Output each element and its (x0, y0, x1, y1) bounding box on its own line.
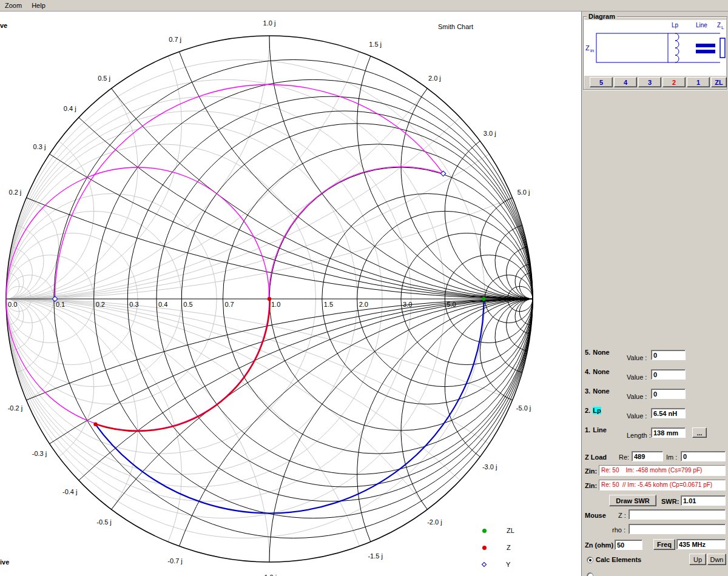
rho-label: rho : (612, 526, 625, 534)
x-rim-label: -1.5 j (368, 552, 382, 560)
im-label: Im : (666, 454, 677, 461)
zin-parallel-text: Re: 50 // Im: -5.45 kohm (Cp=0.0671 pF) (601, 481, 712, 488)
marker-zl (482, 297, 485, 301)
smith-chart-canvas[interactable]: 0.00.10.20.30.40.50.71.01.52.03.05.00.2 … (0, 0, 581, 576)
r-axis-label: 0.2 (96, 301, 105, 308)
z-dot-icon (482, 546, 487, 550)
zin-parallel-readout: Re: 50 // Im: -5.45 kohm (Cp=0.0671 pF) (599, 480, 726, 491)
clipped-radio[interactable] (587, 572, 593, 576)
x-rim-label: 2.0 j (428, 75, 441, 82)
legend-label: ZL (507, 527, 514, 534)
x-rim-label: 0.5 j (98, 75, 110, 82)
element-2-label[interactable]: 2.Lp (585, 407, 601, 414)
swr-label: SWR: (661, 498, 679, 505)
zin-sub-label: in (590, 48, 594, 53)
r-axis-label: 0.7 (224, 301, 234, 308)
element-4-button[interactable]: 4 (614, 77, 637, 87)
swr-input[interactable] (681, 495, 726, 506)
line-label: Line (696, 22, 707, 28)
element-5-label[interactable]: 5.None (585, 349, 610, 356)
z-load-im-input[interactable] (681, 451, 726, 461)
r-axis-label: 5.0 (447, 301, 456, 308)
element-row-5: 5.None Value : (582, 348, 728, 366)
calc-elements-radio[interactable] (587, 557, 593, 563)
x-rim-label: -0.3 j (32, 450, 47, 457)
mouse-label: Mouse (585, 512, 606, 519)
legend-item-y: Y (482, 556, 514, 573)
diagram-title: Diagram (587, 13, 617, 20)
element-zl-button[interactable]: ZL (711, 77, 727, 87)
up-button[interactable]: Up (689, 554, 706, 565)
wire-box (596, 33, 668, 62)
x-rim-label: -2.0 j (427, 518, 442, 526)
r-axis-label: 0.0 (8, 301, 17, 308)
r-axis-label: 2.0 (359, 301, 368, 308)
x-rim-label: -0.7 j (167, 557, 182, 564)
zin-label: Zin: (585, 482, 597, 489)
z-load-re-input[interactable] (632, 451, 663, 461)
x-rim-label: 1.5 j (369, 41, 382, 48)
r-axis-label: 0.3 (129, 301, 138, 308)
chart-legend: ZL Z Y (482, 522, 514, 573)
marker-y-after-line (440, 171, 445, 176)
mouse-z-input[interactable] (629, 509, 726, 520)
element-row-4: 4.None Value : (582, 367, 728, 386)
control-panel: Diagram Z in Lp Line Z L 5 4 3 2 1 ZL (581, 12, 728, 576)
line-more-button[interactable]: ... (692, 427, 707, 438)
element-3-label[interactable]: 3.None (585, 387, 610, 395)
x-rim-label: 0.2 j (9, 189, 22, 196)
menu-item-zoom[interactable]: Zoom (0, 0, 27, 11)
r-axis-label: 3.0 (403, 301, 412, 308)
diagram-canvas: Z in Lp Line Z L (584, 20, 726, 76)
element-2-value-input[interactable] (651, 408, 686, 418)
diagram-panel: Diagram Z in Lp Line Z L 5 4 3 2 1 ZL (583, 16, 727, 90)
re-label: Re: (619, 454, 629, 461)
load-symbol-icon (720, 38, 725, 58)
marker-z-after-line (93, 423, 97, 426)
x-rim-label: 0.4 j (64, 105, 76, 112)
clipped-text-top: ve (0, 22, 7, 29)
element-1-button[interactable]: 1 (687, 77, 710, 87)
element-5-button[interactable]: 5 (590, 77, 613, 87)
trace-y-line (55, 84, 443, 299)
zl-dot-icon (482, 529, 487, 533)
element-3-value-input[interactable] (651, 389, 686, 399)
draw-swr-button[interactable]: Draw SWR (609, 495, 656, 506)
menubar: Zoom Help (0, 0, 728, 12)
zin-series-readout: Re: 50 Im: -458 mohm (Cs=799 pF) (599, 465, 726, 476)
r-axis-label: 0.4 (158, 301, 167, 308)
menu-item-help[interactable]: Help (27, 0, 50, 11)
zn-input[interactable] (615, 540, 642, 550)
zin-series-text: Re: 50 Im: -458 mohm (Cs=799 pF) (601, 467, 702, 474)
x-rim-label: -0.2 j (8, 404, 22, 412)
element-5-value-input[interactable] (651, 350, 686, 360)
line-symbol-icon (696, 44, 715, 47)
r-axis-label: 1.0 (271, 301, 280, 308)
zl-sub-label: L (721, 25, 724, 30)
smith-chart-svg[interactable]: 0.00.10.20.30.40.50.71.01.52.03.05.00.2 … (0, 0, 581, 576)
value-label: Value : (627, 373, 647, 381)
x-rim-label: -0.4 j (62, 488, 77, 495)
legend-item-zl: ZL (482, 522, 514, 539)
zn-label: Zn (ohm) (585, 541, 613, 549)
x-rim-label: 3.0 j (484, 130, 496, 137)
freq-button[interactable]: Freq (653, 539, 675, 550)
r-axis-label: 1.5 (324, 301, 333, 308)
value-label: Value : (627, 393, 647, 400)
z-load-label: Z Load (585, 454, 607, 461)
x-rim-label: 0.7 j (169, 36, 181, 43)
freq-input[interactable] (676, 539, 726, 549)
element-4-label[interactable]: 4.None (585, 368, 610, 375)
x-rim-label: -3.0 j (482, 463, 497, 471)
element-1-label[interactable]: 1.Line (585, 426, 607, 434)
dwn-button[interactable]: Dwn (707, 554, 726, 565)
element-3-button[interactable]: 3 (638, 77, 661, 87)
legend-item-z: Z (482, 539, 514, 556)
line-length-input[interactable] (651, 427, 686, 438)
rho-input[interactable] (629, 524, 726, 534)
element-4-value-input[interactable] (651, 369, 686, 380)
legend-label: Z (507, 544, 511, 551)
element-2-button[interactable]: 2 (662, 77, 686, 87)
mouse-z-label: Z : (618, 512, 626, 519)
clipped-option-row (582, 569, 728, 576)
